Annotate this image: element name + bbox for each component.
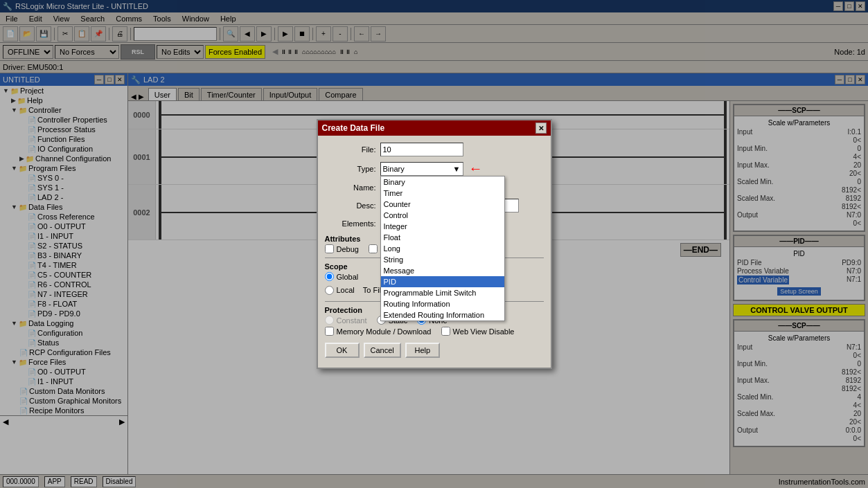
dropdown-binary[interactable]: Binary: [381, 177, 504, 188]
type-dropdown-list: Binary Timer Counter Control Integer Flo…: [380, 176, 505, 321]
type-selected-value: Binary: [383, 165, 453, 173]
help-button[interactable]: Help: [405, 343, 440, 358]
modal-title-text: Create Data File: [322, 123, 385, 133]
global-radio[interactable]: [325, 272, 334, 281]
memory-label: Memory Module / Download: [337, 327, 432, 336]
modal-title: Create Data File ✕: [318, 120, 551, 136]
elements-label: Elements:: [325, 219, 380, 228]
file-label: File:: [325, 145, 380, 154]
debug-checkbox[interactable]: [325, 244, 334, 253]
dropdown-pid[interactable]: PID: [381, 276, 504, 287]
dropdown-control[interactable]: Control: [381, 210, 504, 221]
debug-label: Debug: [337, 245, 359, 253]
webview-checkbox[interactable]: [441, 327, 450, 336]
arrow-indicator: ←: [469, 161, 483, 177]
ok-button[interactable]: OK: [325, 343, 360, 358]
file-row: File:: [325, 143, 544, 156]
skipwhen-checkbox[interactable]: [369, 244, 378, 253]
dropdown-long[interactable]: Long: [381, 243, 504, 254]
desc-label: Desc:: [325, 201, 380, 210]
dropdown-pls[interactable]: Programmable Limit Switch: [381, 287, 504, 298]
dropdown-counter[interactable]: Counter: [381, 199, 504, 210]
file-input[interactable]: [380, 143, 463, 156]
dropdown-routing[interactable]: Routing Information: [381, 298, 504, 309]
dropdown-integer[interactable]: Integer: [381, 221, 504, 232]
constant-label: Constant: [337, 316, 367, 325]
dropdown-extended-routing[interactable]: Extended Routing Information: [381, 309, 504, 320]
cancel-button[interactable]: Cancel: [364, 343, 401, 358]
dropdown-message[interactable]: Message: [381, 265, 504, 276]
dropdown-string[interactable]: String: [381, 254, 504, 265]
modal-buttons: OK Cancel Help: [325, 340, 544, 361]
webview-label: Web View Disable: [453, 327, 515, 336]
type-row: Type: Binary ▼ Binary Timer Counter Cont…: [325, 161, 544, 177]
dropdown-timer[interactable]: Timer: [381, 188, 504, 199]
constant-radio[interactable]: [325, 316, 334, 325]
attributes-label: Attributes: [325, 235, 361, 243]
type-label: Type:: [325, 165, 380, 173]
global-label: Global: [337, 273, 359, 281]
modal-overlay: Create Data File ✕ File: Type: Binary ▼: [0, 0, 868, 488]
modal-close-btn[interactable]: ✕: [535, 123, 547, 134]
create-data-file-modal: Create Data File ✕ File: Type: Binary ▼: [317, 119, 552, 369]
local-label: Local: [337, 286, 355, 294]
type-dropdown-btn[interactable]: Binary ▼: [380, 162, 463, 176]
memory-checkbox[interactable]: [325, 327, 334, 336]
dropdown-float[interactable]: Float: [381, 232, 504, 243]
name-label: Name:: [325, 183, 380, 192]
local-radio[interactable]: [325, 286, 334, 295]
